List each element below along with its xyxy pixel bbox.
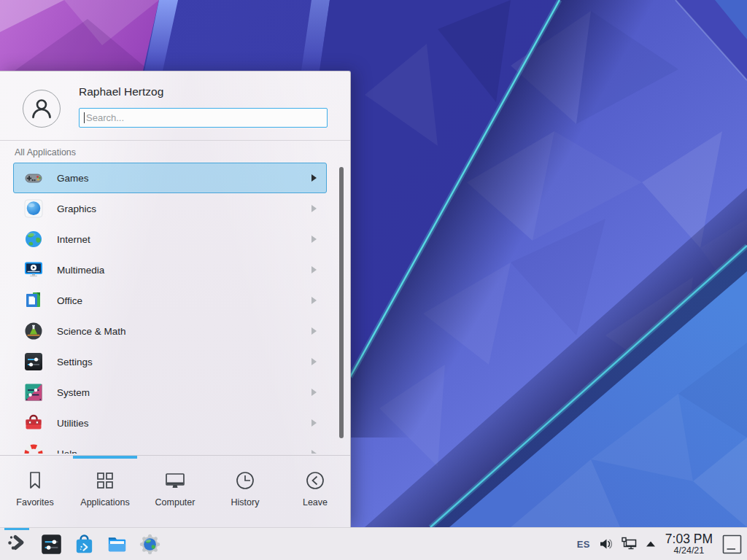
- discover-bag-icon[interactable]: [73, 533, 96, 556]
- category-label: Games: [57, 173, 89, 184]
- submenu-arrow-icon: [311, 236, 317, 243]
- submenu-arrow-icon: [311, 358, 317, 365]
- tab-computer[interactable]: Computer: [140, 468, 210, 527]
- tab-applications[interactable]: Applications: [70, 468, 140, 527]
- category-label: Office: [57, 295, 82, 306]
- category-internet[interactable]: Internet: [13, 224, 327, 254]
- search-field[interactable]: [79, 108, 328, 128]
- section-label: All Applications: [15, 147, 76, 158]
- volume-icon[interactable]: [598, 537, 613, 551]
- category-help[interactable]: Help: [13, 438, 327, 454]
- submenu-arrow-icon: [311, 266, 317, 273]
- category-list: Games Graphics: [0, 163, 350, 454]
- text-cursor: [84, 112, 85, 123]
- file-manager-folder-icon[interactable]: [106, 533, 128, 556]
- category-label: Help: [57, 448, 77, 454]
- digital-clock[interactable]: 7:03 PM 4/24/21: [665, 532, 713, 556]
- launcher-tab-bar: Favorites Applications: [0, 455, 350, 527]
- tab-history[interactable]: History: [210, 468, 280, 527]
- clock-icon: [233, 468, 258, 493]
- user-name: Raphael Hertzog: [79, 85, 163, 98]
- category-games[interactable]: Games: [13, 163, 327, 193]
- system-settings-icon[interactable]: [40, 533, 63, 556]
- web-browser-globe-icon[interactable]: [139, 533, 161, 556]
- toolbox-icon: [23, 413, 44, 433]
- submenu-arrow-icon: [311, 419, 317, 427]
- globe-icon: [23, 229, 44, 249]
- leave-circle-icon: [303, 468, 328, 493]
- category-label: Graphics: [57, 203, 96, 214]
- user-avatar[interactable]: [23, 90, 61, 128]
- category-office[interactable]: Office: [13, 285, 327, 316]
- submenu-arrow-icon: [311, 389, 317, 396]
- submenu-arrow-icon: [311, 205, 317, 212]
- application-launcher-popup: Raphael Hertzog All Applications Games: [0, 71, 351, 527]
- keyboard-layout-indicator[interactable]: ES: [577, 539, 590, 550]
- grid-icon: [93, 468, 117, 493]
- submenu-arrow-icon: [311, 174, 317, 182]
- category-label: Internet: [57, 234, 90, 245]
- tab-label: History: [231, 497, 260, 508]
- system-sliders-icon: [23, 382, 44, 402]
- active-launcher-indicator: [4, 528, 29, 530]
- category-utilities[interactable]: Utilities: [13, 408, 327, 438]
- flask-icon: [23, 321, 44, 341]
- tab-favorites[interactable]: Favorites: [0, 468, 70, 527]
- show-desktop-button[interactable]: [722, 534, 742, 554]
- gamepad-icon: [23, 168, 44, 188]
- bookmark-icon: [23, 468, 47, 493]
- submenu-arrow-icon: [311, 327, 317, 335]
- sliders-icon: [23, 351, 44, 372]
- list-scrollbar[interactable]: [339, 167, 344, 438]
- tab-leave[interactable]: Leave: [280, 468, 350, 527]
- category-label: Settings: [57, 357, 93, 368]
- category-science-math[interactable]: Science & Math: [13, 316, 327, 346]
- kde-launcher-icon: [6, 532, 28, 556]
- media-player-icon: [23, 260, 44, 280]
- application-launcher-button[interactable]: [4, 528, 30, 560]
- category-multimedia[interactable]: Multimedia: [13, 254, 327, 285]
- tab-label: Applications: [80, 497, 129, 508]
- submenu-arrow-icon: [311, 450, 317, 454]
- monitor-icon: [163, 468, 187, 493]
- paint-ball-icon: [23, 198, 44, 219]
- tab-label: Leave: [303, 497, 328, 508]
- header-divider: [0, 140, 350, 141]
- category-settings[interactable]: Settings: [13, 346, 327, 377]
- documents-icon: [23, 290, 44, 311]
- taskbar-panel: ES 7:03 PM 4/24/21: [0, 527, 747, 560]
- clock-time: 7:03 PM: [665, 532, 713, 545]
- category-label: Science & Math: [57, 326, 126, 337]
- category-label: Multimedia: [57, 265, 104, 276]
- tab-label: Computer: [155, 497, 196, 508]
- expand-tray-caret-icon[interactable]: [646, 540, 656, 548]
- category-label: Utilities: [57, 418, 89, 429]
- network-icon[interactable]: [621, 536, 638, 552]
- clock-date: 4/24/21: [674, 545, 705, 556]
- lifebuoy-icon: [23, 443, 44, 454]
- search-input[interactable]: [79, 108, 328, 128]
- tab-label: Favorites: [16, 497, 53, 508]
- category-graphics[interactable]: Graphics: [13, 193, 327, 224]
- category-system[interactable]: System: [13, 377, 327, 408]
- category-label: System: [57, 387, 90, 398]
- submenu-arrow-icon: [311, 297, 317, 304]
- active-tab-indicator: [73, 456, 137, 459]
